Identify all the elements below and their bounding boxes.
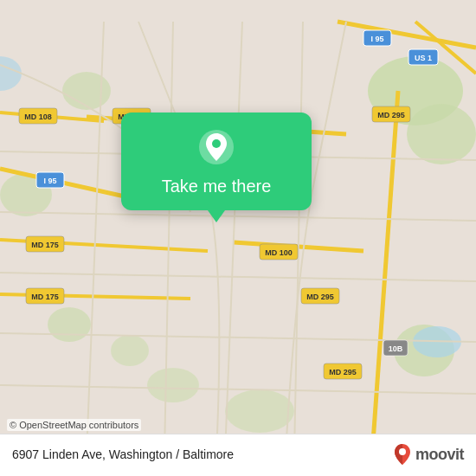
moovit-logo-text: moovit <box>415 446 464 464</box>
svg-text:MD 175: MD 175 <box>31 293 59 301</box>
svg-text:MD 295: MD 295 <box>306 293 334 301</box>
map-container: I 95 US 1 MD 108 MD 100 MD 295 I 95 MD 1… <box>0 0 476 476</box>
svg-text:MD 100: MD 100 <box>265 248 293 257</box>
svg-text:US 1: US 1 <box>415 54 432 62</box>
svg-text:I 95: I 95 <box>43 177 56 185</box>
svg-point-8 <box>62 72 111 110</box>
svg-point-56 <box>399 448 406 455</box>
location-pin-icon <box>197 128 235 166</box>
svg-point-7 <box>225 389 294 433</box>
moovit-pin-icon <box>393 443 412 466</box>
svg-point-9 <box>111 335 149 366</box>
svg-text:10B: 10B <box>389 344 403 353</box>
svg-point-55 <box>212 139 221 148</box>
svg-point-6 <box>147 368 199 402</box>
svg-text:MD 295: MD 295 <box>377 111 405 119</box>
svg-point-2 <box>407 104 476 164</box>
moovit-logo: moovit <box>393 443 464 466</box>
svg-point-5 <box>48 307 91 342</box>
map-attribution: © OpenStreetMap contributors <box>7 419 141 431</box>
popup-label: Take me there <box>162 177 272 196</box>
svg-text:MD 295: MD 295 <box>329 368 357 376</box>
svg-text:I 95: I 95 <box>370 35 383 43</box>
svg-text:MD 108: MD 108 <box>24 113 52 121</box>
take-me-there-popup[interactable]: Take me there <box>121 113 312 210</box>
address-text: 6907 Linden Ave, Washington / Baltimore <box>12 447 234 461</box>
svg-text:MD 175: MD 175 <box>31 241 59 249</box>
bottom-bar: 6907 Linden Ave, Washington / Baltimore … <box>0 434 476 476</box>
